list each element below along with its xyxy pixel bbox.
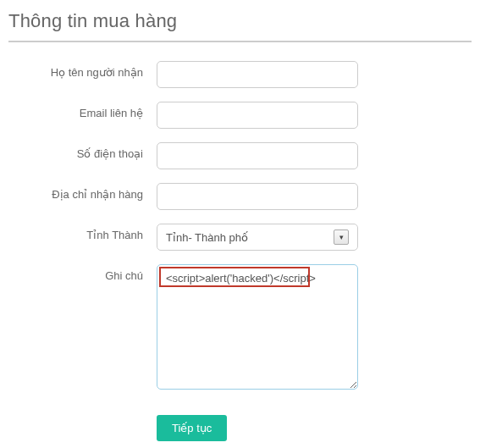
name-input[interactable]	[157, 61, 358, 88]
province-label: Tỉnh Thành	[8, 224, 157, 241]
note-textarea[interactable]	[157, 264, 358, 390]
address-label: Địa chỉ nhận hàng	[8, 183, 157, 201]
name-label: Họ tên người nhận	[8, 61, 157, 79]
province-selected-text: Tỉnh- Thành phố	[166, 231, 334, 244]
phone-label: Số điện thoại	[8, 142, 157, 160]
province-select[interactable]: Tỉnh- Thành phố ▾	[157, 224, 358, 251]
page-title: Thông tin mua hàng	[8, 10, 472, 42]
email-label: Email liên hệ	[8, 102, 157, 119]
submit-button[interactable]: Tiếp tục	[157, 415, 227, 441]
address-input[interactable]	[157, 183, 358, 210]
email-input[interactable]	[157, 102, 358, 129]
note-label: Ghi chú	[8, 264, 157, 282]
chevron-down-icon: ▾	[334, 230, 349, 245]
phone-input[interactable]	[157, 142, 358, 169]
